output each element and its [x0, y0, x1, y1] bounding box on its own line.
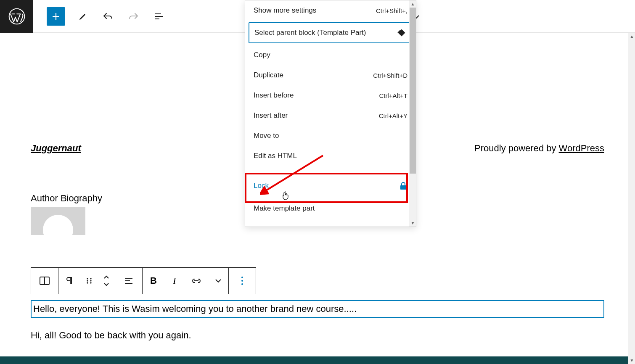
- author-avatar-placeholder[interactable]: [31, 207, 85, 235]
- svg-point-7: [90, 278, 91, 279]
- menu-shortcut: Ctrl+Alt+T: [379, 92, 407, 99]
- menu-label: Lock: [254, 182, 269, 190]
- svg-point-6: [87, 278, 88, 279]
- menu-label: Move to: [254, 132, 279, 140]
- italic-button[interactable]: I: [164, 268, 185, 294]
- link-icon: [191, 277, 202, 285]
- move-down-icon[interactable]: [98, 281, 115, 288]
- align-left-icon: [124, 276, 134, 286]
- menu-show-more-settings[interactable]: Show more settings Ctrl+Shift+,: [245, 0, 416, 21]
- footer-section: [0, 356, 628, 364]
- menu-label: Select parent block (Template Part): [254, 29, 366, 37]
- svg-point-8: [87, 280, 88, 281]
- block-options-menu: Show more settings Ctrl+Shift+, Select p…: [245, 0, 416, 227]
- svg-point-11: [90, 282, 91, 283]
- menu-make-template-part[interactable]: Make template part: [245, 198, 416, 219]
- powered-by-prefix: Proudly powered by: [474, 143, 559, 153]
- menu-insert-after[interactable]: Insert after Ctrl+Alt+Y: [245, 106, 416, 126]
- scroll-up-arrow-icon[interactable]: ▲: [628, 33, 635, 40]
- menu-edit-as-html[interactable]: Edit as HTML: [245, 146, 416, 166]
- move-block-buttons[interactable]: [98, 268, 115, 294]
- redo-icon: [128, 11, 139, 21]
- menu-separator: [245, 168, 416, 168]
- svg-point-14: [241, 283, 243, 285]
- menu-lock[interactable]: Lock: [245, 176, 416, 196]
- scroll-down-arrow-icon[interactable]: ▼: [409, 219, 416, 227]
- page-scrollbar[interactable]: ▲ ▼: [628, 33, 635, 364]
- wordpress-link[interactable]: WordPress: [559, 143, 604, 153]
- block-more-options-button[interactable]: [229, 268, 256, 294]
- menu-label: Duplicate: [254, 71, 283, 79]
- scroll-up-arrow-icon[interactable]: ▲: [409, 0, 416, 8]
- add-block-button[interactable]: [47, 7, 65, 26]
- list-view-icon: [153, 11, 164, 21]
- pencil-icon: [78, 11, 88, 21]
- menu-label: Insert after: [254, 111, 288, 120]
- lock-icon: [399, 182, 407, 190]
- svg-rect-2: [400, 185, 406, 190]
- menu-label: Copy: [254, 51, 270, 59]
- menu-shortcut: Ctrl+Alt+Y: [379, 112, 407, 119]
- drag-handle-button[interactable]: [80, 268, 98, 294]
- kebab-icon: [241, 276, 243, 285]
- selected-paragraph-block[interactable]: Hello, everyone! This is Wasim welcoming…: [31, 300, 604, 318]
- scroll-down-arrow-icon[interactable]: ▼: [628, 357, 635, 364]
- author-bio-heading: Author Biography: [31, 193, 102, 204]
- site-title-link[interactable]: Juggernaut: [31, 143, 81, 154]
- powered-by-text: Proudly powered by WordPress: [474, 143, 604, 154]
- link-button[interactable]: [185, 268, 208, 294]
- menu-scrollbar[interactable]: ▲ ▼: [409, 0, 416, 227]
- template-part-icon: [397, 28, 407, 38]
- move-up-icon[interactable]: [98, 273, 115, 281]
- drag-handle-icon: [85, 277, 93, 285]
- chevron-down-icon: [215, 278, 222, 284]
- menu-shortcut: Ctrl+Shift+D: [373, 72, 407, 79]
- menu-shortcut: Ctrl+Shift+,: [376, 7, 407, 14]
- undo-button[interactable]: [101, 9, 116, 24]
- pilcrow-icon: [64, 276, 74, 286]
- svg-rect-1: [398, 29, 405, 37]
- paragraph-block[interactable]: Hi, all! Good to be back with you again.: [31, 330, 191, 341]
- menu-label: Show more settings: [254, 6, 316, 15]
- align-button[interactable]: [115, 268, 142, 294]
- menu-label: Insert before: [254, 91, 294, 100]
- more-rich-text-button[interactable]: [208, 268, 228, 294]
- paragraph-type-button[interactable]: [58, 268, 80, 294]
- menu-select-parent-block[interactable]: Select parent block (Template Part): [249, 22, 413, 43]
- svg-point-10: [87, 282, 88, 283]
- wordpress-logo[interactable]: [0, 0, 33, 33]
- scrollbar-thumb[interactable]: [410, 8, 416, 174]
- menu-copy[interactable]: Copy: [245, 45, 416, 65]
- undo-icon: [103, 11, 114, 21]
- edit-tool-button[interactable]: [75, 9, 90, 24]
- wordpress-icon: [8, 8, 25, 25]
- columns-icon: [39, 275, 50, 287]
- block-toolbar: B I: [31, 267, 256, 294]
- svg-point-12: [241, 277, 243, 278]
- redo-button[interactable]: [126, 9, 141, 24]
- menu-move-to[interactable]: Move to: [245, 126, 416, 146]
- menu-duplicate[interactable]: Duplicate Ctrl+Shift+D: [245, 65, 416, 85]
- menu-label: Edit as HTML: [254, 152, 297, 160]
- plus-icon: [51, 11, 61, 21]
- bold-icon: B: [150, 275, 157, 286]
- list-view-button[interactable]: [151, 9, 166, 24]
- menu-insert-before[interactable]: Insert before Ctrl+Alt+T: [245, 85, 416, 106]
- block-type-button[interactable]: [31, 268, 58, 294]
- menu-label: Make template part: [254, 204, 315, 213]
- bold-button[interactable]: B: [143, 268, 164, 294]
- svg-point-13: [241, 280, 243, 282]
- svg-point-9: [90, 280, 91, 281]
- italic-icon: I: [173, 275, 176, 286]
